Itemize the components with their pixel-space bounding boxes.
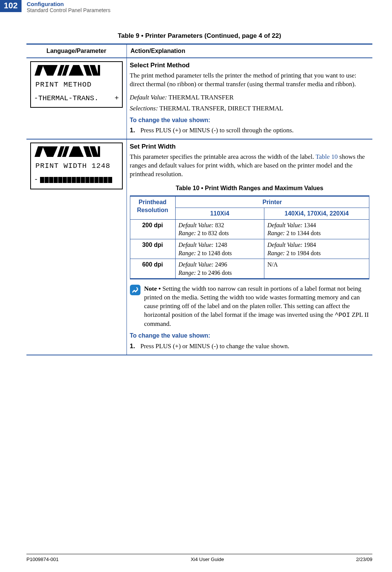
- table-10-link[interactable]: Table 10: [316, 153, 338, 160]
- print-width-ranges-table: Printhead Resolution Printer 110Xi4 140X…: [130, 195, 370, 280]
- lcd-print-width: PRINT WIDTH 1248 -: [30, 143, 123, 189]
- sub-col-others: 140Xi4, 170Xi4, 220Xi4: [264, 208, 369, 220]
- page-number: 102: [0, 0, 22, 12]
- zebra-logo-icon: [34, 65, 119, 76]
- header-subsection: Standard Control Panel Parameters: [27, 7, 111, 13]
- note-block: Note • Setting the width too narrow can …: [130, 285, 370, 329]
- list-item: 1. Press PLUS (+) or MINUS (-) to scroll…: [130, 126, 370, 135]
- change-value-heading: To change the value shown:: [130, 332, 370, 340]
- step-number: 1.: [130, 126, 135, 135]
- table-row: 600 dpi Default Value: 2496 Range: 2 to …: [130, 259, 369, 279]
- selections-label: Selections:: [130, 105, 158, 112]
- lcd-dash: -: [34, 175, 39, 185]
- table-row: PRINT METHOD -THERMAL-TRANS. + Select Pr…: [26, 58, 372, 139]
- change-value-heading: To change the value shown:: [130, 116, 370, 124]
- lcd-line2: -THERMAL-TRANS.: [34, 94, 99, 104]
- param-title: Set Print Width: [130, 143, 370, 151]
- note-icon: [130, 285, 140, 295]
- lcd-plus-indicator: +: [114, 94, 119, 104]
- step-text: Press PLUS (+) or MINUS (-) to scroll th…: [140, 126, 294, 135]
- default-value-label: Default Value:: [130, 94, 167, 101]
- footer-date: 2/23/09: [356, 556, 372, 562]
- table-row: 300 dpi Default Value: 1248 Range: 2 to …: [130, 239, 369, 259]
- param-title: Select Print Method: [130, 61, 370, 70]
- table-row: 200 dpi Default Value: 832 Range: 2 to 8…: [130, 219, 369, 239]
- lcd-print-method: PRINT METHOD -THERMAL-TRANS. +: [30, 61, 123, 108]
- selections-value: THERMAL TRANSFER, DIRECT THERMAL: [158, 105, 283, 112]
- header-section: Configuration: [27, 1, 111, 7]
- table-caption: Table 9 • Printer Parameters (Continued,…: [26, 32, 372, 40]
- lcd-line1: PRINT WIDTH 1248: [35, 161, 119, 171]
- note-text: Note • Setting the width too narrow can …: [144, 285, 370, 329]
- sub-table-caption: Table 10 • Print Width Ranges and Maximu…: [130, 184, 370, 192]
- footer-doc-number: P1009874-001: [26, 556, 59, 562]
- page-footer: P1009874-001 Xi4 User Guide 2/23/09: [26, 554, 372, 562]
- lcd-line1: PRINT METHOD: [35, 80, 119, 90]
- printer-parameters-table: Language/Parameter Action/Explanation: [26, 43, 372, 355]
- param-description: This parameter specifies the printable a…: [130, 153, 370, 179]
- step-number: 1.: [130, 342, 135, 351]
- step-text: Press PLUS (+) or MINUS (-) to change th…: [140, 342, 289, 351]
- col-action-explanation: Action/Explanation: [127, 44, 372, 58]
- footer-title: Xi4 User Guide: [191, 556, 224, 562]
- sub-col-resolution: Printhead Resolution: [130, 196, 175, 219]
- page-header: 102 Configuration Standard Control Panel…: [26, 0, 372, 13]
- list-item: 1. Press PLUS (+) or MINUS (-) to change…: [130, 342, 370, 351]
- default-value: THERMAL TRANSFER: [167, 94, 233, 101]
- col-language-parameter: Language/Parameter: [26, 44, 127, 58]
- table-row: PRINT WIDTH 1248 - Set Print Width This …: [26, 139, 372, 355]
- lcd-progress-blocks: [40, 177, 112, 183]
- sub-col-110xi4: 110Xi4: [175, 208, 264, 220]
- param-description: The print method parameter tells the pri…: [130, 71, 370, 89]
- sub-col-printer: Printer: [175, 196, 369, 208]
- zebra-logo-icon: [34, 146, 119, 157]
